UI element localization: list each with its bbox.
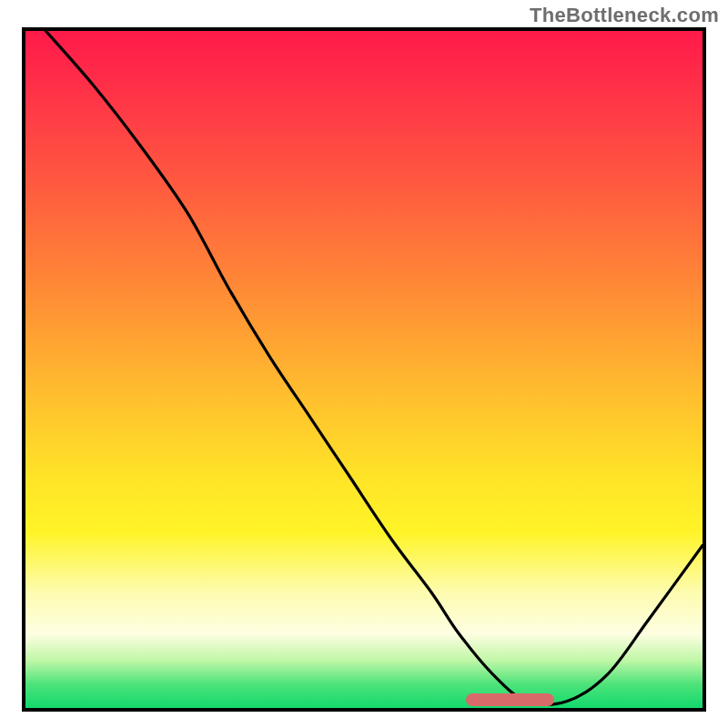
curve-line <box>25 31 703 708</box>
watermark-text: TheBottleneck.com <box>530 4 719 27</box>
plot-frame <box>22 27 706 712</box>
min-marker-pill <box>466 693 554 706</box>
chart-stage: TheBottleneck.com <box>0 0 728 728</box>
